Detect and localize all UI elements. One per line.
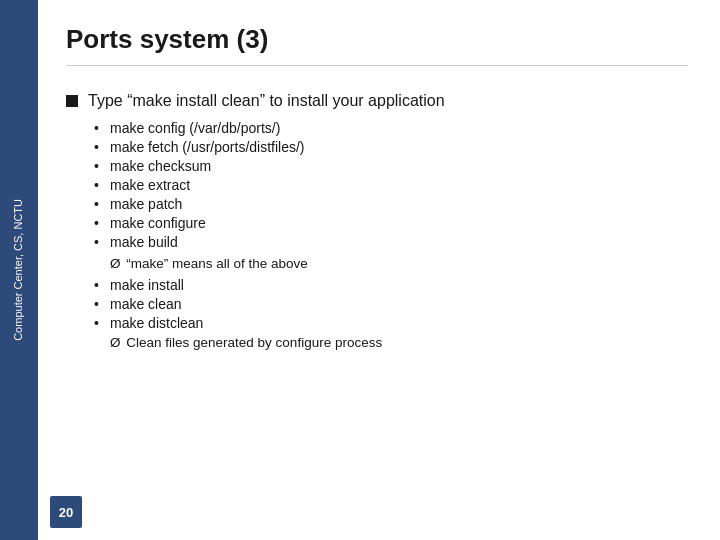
list-item: make clean xyxy=(94,296,688,312)
secondary-subnote: Clean files generated by configure proce… xyxy=(110,335,688,350)
list-item: make fetch (/usr/ports/distfiles/) xyxy=(94,139,688,155)
primary-subnote: “make” means all of the above xyxy=(110,256,688,271)
page-title: Ports system (3) xyxy=(66,24,688,66)
main-question: Type “make install clean” to install you… xyxy=(66,92,688,110)
page-number: 20 xyxy=(50,496,82,528)
main-section: Type “make install clean” to install you… xyxy=(66,92,688,350)
sidebar-label: Computer Center, CS, NCTU xyxy=(11,199,26,341)
sidebar: Computer Center, CS, NCTU xyxy=(0,0,38,540)
list-item: make patch xyxy=(94,196,688,212)
primary-bullet-list: make config (/var/db/ports/) make fetch … xyxy=(94,120,688,250)
main-content: Ports system (3) Type “make install clea… xyxy=(38,0,720,540)
list-item: make checksum xyxy=(94,158,688,174)
list-item: make install xyxy=(94,277,688,293)
list-item: make configure xyxy=(94,215,688,231)
square-bullet-icon xyxy=(66,95,78,107)
list-item: make config (/var/db/ports/) xyxy=(94,120,688,136)
list-item: make distclean xyxy=(94,315,688,331)
secondary-bullet-list: make install make clean make distclean xyxy=(94,277,688,331)
list-item: make build xyxy=(94,234,688,250)
list-item: make extract xyxy=(94,177,688,193)
question-text: Type “make install clean” to install you… xyxy=(88,92,445,110)
